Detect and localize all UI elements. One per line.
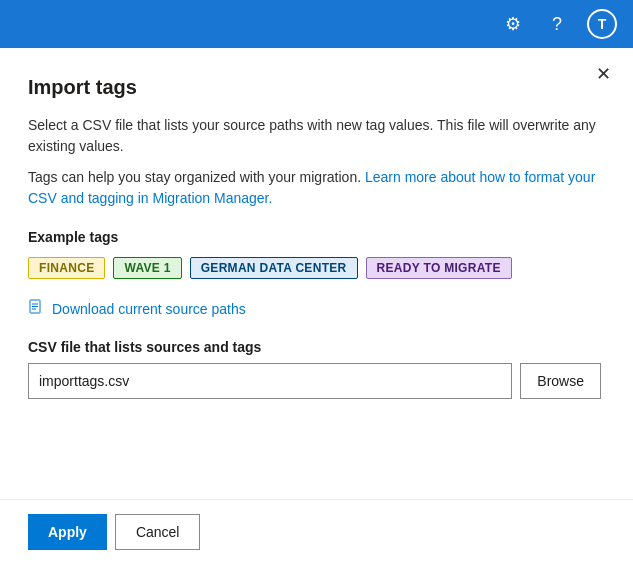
description-2: Tags can help you stay organized with yo… (28, 167, 601, 209)
apply-button[interactable]: Apply (28, 514, 107, 550)
modal-body: Import tags Select a CSV file that lists… (0, 48, 633, 499)
tag-finance: FINANCE (28, 257, 105, 279)
description-1: Select a CSV file that lists your source… (28, 115, 601, 157)
csv-label: CSV file that lists sources and tags (28, 339, 601, 355)
modal-footer: Apply Cancel (0, 499, 633, 564)
help-icon[interactable]: ? (543, 10, 571, 38)
close-button[interactable]: ✕ (589, 60, 617, 88)
tag-german-data-center: GERMAN DATA CENTER (190, 257, 358, 279)
download-link[interactable]: Download current source paths (28, 299, 601, 319)
description-2-text: Tags can help you stay organized with yo… (28, 169, 361, 185)
modal-title: Import tags (28, 76, 601, 99)
tag-ready-to-migrate: READY TO MIGRATE (366, 257, 512, 279)
tags-section-label: Example tags (28, 229, 601, 245)
topbar: ⚙ ? T (0, 0, 633, 48)
browse-button[interactable]: Browse (520, 363, 601, 399)
cancel-button[interactable]: Cancel (115, 514, 201, 550)
settings-icon[interactable]: ⚙ (499, 10, 527, 38)
download-link-text: Download current source paths (52, 301, 246, 317)
tag-wave1: WAVE 1 (113, 257, 181, 279)
csv-file-input[interactable] (28, 363, 512, 399)
user-avatar[interactable]: T (587, 9, 617, 39)
file-input-row: Browse (28, 363, 601, 399)
download-icon (28, 299, 44, 319)
import-tags-modal: ✕ Import tags Select a CSV file that lis… (0, 48, 633, 564)
tags-container: FINANCE WAVE 1 GERMAN DATA CENTER READY … (28, 257, 601, 279)
